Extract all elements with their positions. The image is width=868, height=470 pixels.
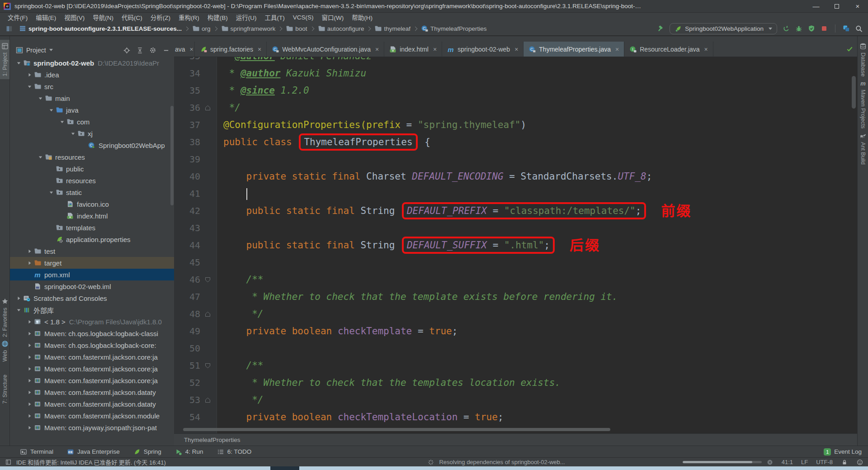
tool-stripe-database[interactable]: Database — [858, 43, 868, 77]
tree-item-springboot-02-web[interactable]: springboot-02-webD:\IDEA2019\IdeaPr — [10, 57, 174, 69]
toolwindow-button-terminal[interactable]: Terminal — [20, 448, 53, 456]
tool-stripe-1-project[interactable]: 1: Project — [0, 40, 9, 79]
breadcrumb-item[interactable]: spring-boot-autoconfigure-2.3.1.RELEASE-… — [19, 25, 182, 32]
menu-item-6[interactable]: 重构(R) — [175, 13, 203, 22]
menu-item-7[interactable]: 构建(B) — [203, 13, 232, 22]
fold-region-end-icon[interactable] — [205, 311, 211, 317]
chevron-collapsed-icon[interactable] — [14, 295, 23, 301]
line-number[interactable]: 49 — [174, 323, 200, 340]
status-message[interactable]: IDE 和插件更新: IntelliJ IDEA 已准备好 更新. (今天 16… — [16, 458, 166, 466]
tree-item-java[interactable]: java — [10, 104, 174, 116]
chevron-expanded-icon[interactable] — [14, 60, 23, 66]
chevron-collapsed-icon[interactable] — [25, 413, 34, 419]
event-log-button[interactable]: 1 Event Log — [824, 448, 862, 456]
breadcrumb-item[interactable]: autoconfigure — [318, 25, 364, 32]
line-number[interactable]: 50 — [174, 340, 200, 357]
menu-item-9[interactable]: 工具(T) — [261, 13, 289, 22]
hide-panel-icon[interactable] — [162, 47, 170, 54]
tree-item-xj[interactable]: xj — [10, 128, 174, 139]
line-number[interactable]: 35 — [174, 82, 200, 99]
toolwindow-button-6-todo[interactable]: 6: TODO — [217, 448, 252, 456]
chevron-collapsed-icon[interactable] — [25, 378, 34, 384]
chevron-collapsed-icon[interactable] — [25, 354, 34, 360]
line-number[interactable]: 42 — [174, 202, 200, 219]
tree-item-templates[interactable]: templates — [10, 222, 174, 233]
tree-item-scratches-and-consoles[interactable]: Scratches and Consoles — [10, 292, 174, 304]
menu-item-10[interactable]: VCS(S) — [289, 14, 318, 21]
tree-item-maven-com.fasterxml.jackson.dataty[interactable]: Maven: com.fasterxml.jackson.dataty — [10, 386, 174, 398]
editor-hscrollbar[interactable] — [183, 428, 610, 431]
tree-item-static[interactable]: static — [10, 186, 174, 198]
collapse-all-icon[interactable] — [136, 47, 143, 54]
caret-position[interactable]: 41:1 — [782, 459, 793, 465]
close-button[interactable]: × — [847, 0, 868, 12]
chevron-collapsed-icon[interactable] — [25, 342, 34, 348]
project-scrollbar[interactable] — [170, 106, 174, 205]
editor-vscrollbar[interactable] — [852, 76, 856, 109]
close-tab-icon[interactable]: × — [258, 46, 261, 53]
tree-item-maven-com.fasterxml.jackson.core-ja[interactable]: Maven: com.fasterxml.jackson.core:ja — [10, 375, 174, 386]
tree-item-src[interactable]: src — [10, 81, 174, 92]
fold-region-start-icon[interactable] — [205, 276, 211, 282]
line-number[interactable]: 39 — [174, 151, 200, 168]
tab-webmvcautoconfiguration-java[interactable]: CWebMvcAutoConfiguration.java× — [267, 42, 384, 57]
tab-springboot-02-web[interactable]: mspringboot-02-web× — [442, 42, 524, 57]
stop-icon[interactable] — [821, 25, 828, 32]
menu-item-5[interactable]: 分析(Z) — [146, 13, 175, 22]
line-number[interactable]: 41 — [174, 185, 200, 202]
chevron-expanded-icon[interactable] — [69, 131, 77, 137]
tree-item-pom.xml[interactable]: mpom.xml — [10, 269, 174, 280]
line-ending[interactable]: LF — [801, 459, 808, 465]
chevron-expanded-icon[interactable] — [25, 84, 34, 90]
chevron-expanded-icon[interactable] — [14, 307, 23, 313]
toolwindow-button-java-enterprise[interactable]: EEJava Enterprise — [67, 448, 120, 456]
tab-spring-factories[interactable]: spring.factories× — [195, 42, 267, 57]
toolwindow-button-4-run[interactable]: 4: Run — [175, 448, 203, 456]
line-number[interactable]: 54 — [174, 408, 200, 426]
tree-item-maven-ch.qos.logback-logback-core-[interactable]: Maven: ch.qos.logback:logback-core: — [10, 339, 174, 351]
coverage-icon[interactable] — [808, 25, 815, 32]
tool-stripe-7-structure[interactable]: 7: Structure — [0, 375, 9, 404]
close-tab-icon[interactable]: × — [190, 46, 193, 53]
line-number[interactable]: 44 — [174, 237, 200, 254]
close-tab-icon[interactable]: × — [433, 46, 437, 53]
fold-region-end-icon[interactable] — [205, 104, 211, 110]
line-number[interactable]: 43 — [174, 219, 200, 237]
tab-index-html[interactable]: Hindex.html× — [384, 42, 442, 57]
tree-item-maven-ch.qos.logback-logback-classi[interactable]: Maven: ch.qos.logback:logback-classi — [10, 328, 174, 339]
breadcrumb-item[interactable]: springframework — [221, 25, 276, 32]
tree-item-test[interactable]: test — [10, 245, 174, 257]
tree-item-maven-com.fasterxml.jackson.dataty[interactable]: Maven: com.fasterxml.jackson.dataty — [10, 398, 174, 410]
menu-item-12[interactable]: 帮助(H) — [348, 13, 377, 22]
tree-item-maven-com.fasterxml.jackson.core-ja[interactable]: Maven: com.fasterxml.jackson.core:ja — [10, 363, 174, 375]
line-number[interactable]: 52 — [174, 374, 200, 391]
chevron-collapsed-icon[interactable] — [25, 248, 34, 254]
tab-ava[interactable]: ava× — [174, 42, 195, 57]
tree-item-application.properties[interactable]: application.properties — [10, 233, 174, 245]
line-number[interactable]: 36 — [174, 99, 200, 116]
minimize-button[interactable]: — — [806, 0, 826, 12]
close-tab-icon[interactable]: × — [514, 46, 518, 53]
code-editor[interactable]: 33* @author Daniel Fernández34 * @author… — [174, 57, 857, 433]
chevron-expanded-icon[interactable] — [36, 95, 45, 101]
inspections-ok-icon[interactable] — [846, 45, 853, 52]
chevron-collapsed-icon[interactable] — [25, 331, 34, 337]
line-number[interactable]: 53 — [174, 391, 200, 408]
breadcrumb-item[interactable]: boot — [286, 25, 307, 32]
close-tab-icon[interactable]: × — [704, 46, 708, 53]
chevron-expanded-icon[interactable] — [36, 154, 45, 160]
breadcrumb-item[interactable]: CThymeleafProperties — [421, 25, 487, 32]
tree-item-resources[interactable]: resources — [10, 175, 174, 186]
tree-item-springboot02webapp[interactable]: CSpringboot02WebApp — [10, 139, 174, 151]
chevron-collapsed-icon[interactable] — [25, 401, 34, 407]
build-hammer-icon[interactable] — [657, 25, 664, 32]
menu-item-8[interactable]: 运行(U) — [232, 13, 261, 22]
debug-icon[interactable] — [795, 25, 802, 32]
tree-item--1.8-[interactable]: < 1.8 >C:\Program Files\Java\jdk1.8.0 — [10, 316, 174, 328]
tree-item-index.html[interactable]: Hindex.html — [10, 210, 174, 222]
close-tab-icon[interactable]: × — [375, 46, 379, 53]
run-icon[interactable] — [783, 25, 790, 32]
run-config-select[interactable]: Springboot02WebApplication — [670, 23, 777, 34]
tool-stripe-maven-projects[interactable]: mMaven Projects — [858, 80, 868, 128]
line-number[interactable]: 47 — [174, 288, 200, 305]
